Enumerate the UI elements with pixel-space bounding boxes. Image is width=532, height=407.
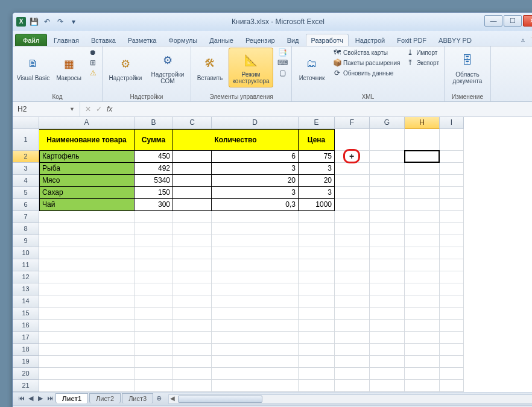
cell[interactable] bbox=[335, 368, 370, 380]
cell[interactable] bbox=[299, 320, 335, 332]
cell[interactable] bbox=[440, 320, 464, 332]
cell[interactable]: 150 bbox=[135, 187, 173, 199]
cell[interactable] bbox=[405, 283, 440, 295]
cell[interactable] bbox=[299, 380, 335, 392]
cell[interactable] bbox=[370, 320, 405, 332]
cell[interactable] bbox=[212, 235, 299, 247]
cell[interactable] bbox=[335, 223, 370, 235]
cell[interactable] bbox=[370, 380, 405, 392]
cell[interactable] bbox=[39, 356, 135, 368]
sheet-nav-prev[interactable]: ◀ bbox=[26, 394, 36, 404]
cell[interactable] bbox=[440, 129, 464, 151]
cell[interactable] bbox=[39, 259, 135, 271]
cell[interactable]: Рыба bbox=[39, 163, 135, 175]
visual-basic-button[interactable]: 🗎 Visual Basic bbox=[16, 48, 50, 87]
cell[interactable] bbox=[299, 356, 335, 368]
macro-security-button[interactable]: ⚠ bbox=[87, 68, 98, 78]
cell[interactable] bbox=[370, 247, 405, 259]
close-button[interactable]: ✕ bbox=[523, 15, 532, 27]
cell[interactable] bbox=[173, 356, 212, 368]
cell[interactable] bbox=[440, 332, 464, 344]
row-header-11[interactable]: 11 bbox=[13, 259, 39, 271]
cell[interactable] bbox=[299, 308, 335, 320]
cell[interactable] bbox=[335, 308, 370, 320]
fx-cancel-icon[interactable]: ✕ bbox=[85, 105, 91, 113]
macros-button[interactable]: ▦ Макросы bbox=[54, 48, 84, 87]
formula-input[interactable] bbox=[117, 102, 532, 116]
cell[interactable] bbox=[370, 344, 405, 356]
cell[interactable] bbox=[39, 295, 135, 308]
cell[interactable] bbox=[440, 368, 464, 380]
cell[interactable] bbox=[135, 332, 173, 344]
cell[interactable] bbox=[370, 151, 405, 163]
ribbon-minimize-icon[interactable]: ▵ bbox=[521, 36, 525, 44]
cell[interactable] bbox=[370, 356, 405, 368]
cell[interactable] bbox=[135, 368, 173, 380]
row-header-19[interactable]: 19 bbox=[13, 356, 39, 368]
sheet-nav-last[interactable]: ⏭ bbox=[45, 394, 55, 404]
run-dialog-button[interactable]: ▢ bbox=[277, 68, 288, 78]
cell[interactable] bbox=[370, 235, 405, 247]
cell[interactable] bbox=[405, 332, 440, 344]
cell[interactable] bbox=[405, 187, 440, 199]
cell[interactable] bbox=[440, 283, 464, 295]
cell[interactable] bbox=[212, 247, 299, 259]
cell[interactable] bbox=[173, 283, 212, 295]
cell[interactable] bbox=[299, 223, 335, 235]
cell[interactable] bbox=[135, 259, 173, 271]
tab-data[interactable]: Данные bbox=[204, 34, 239, 46]
name-box[interactable]: H2▼ bbox=[13, 102, 80, 116]
qat-redo[interactable]: ↷ bbox=[55, 16, 66, 27]
cell[interactable] bbox=[173, 211, 212, 223]
cell[interactable] bbox=[135, 271, 173, 283]
cell[interactable] bbox=[405, 368, 440, 380]
cell[interactable] bbox=[299, 368, 335, 380]
cell[interactable] bbox=[440, 211, 464, 223]
cell[interactable] bbox=[405, 344, 440, 356]
cell[interactable]: 300 bbox=[135, 199, 173, 211]
cell[interactable] bbox=[212, 283, 299, 295]
cell[interactable] bbox=[135, 247, 173, 259]
cell[interactable]: 492 bbox=[135, 163, 173, 175]
row-header-9[interactable]: 9 bbox=[13, 235, 39, 247]
cell[interactable]: 3 bbox=[299, 187, 335, 199]
row-header-1[interactable]: 1 bbox=[13, 129, 39, 151]
cell[interactable] bbox=[405, 356, 440, 368]
column-header-A[interactable]: A bbox=[39, 117, 135, 129]
cell[interactable] bbox=[212, 308, 299, 320]
qat-undo[interactable]: ↶ bbox=[42, 16, 52, 27]
cell[interactable] bbox=[440, 199, 464, 211]
cell[interactable]: 0,3 bbox=[212, 199, 299, 211]
row-header-10[interactable]: 10 bbox=[13, 247, 39, 259]
import-button[interactable]: ⤓Импорт bbox=[405, 48, 440, 57]
cell[interactable]: 75 bbox=[299, 151, 335, 163]
cell[interactable] bbox=[173, 223, 212, 235]
row-header-2[interactable]: 2 bbox=[13, 151, 39, 163]
cell[interactable] bbox=[173, 175, 212, 187]
row-header-17[interactable]: 17 bbox=[13, 332, 39, 344]
tab-layout[interactable]: Разметка bbox=[122, 34, 162, 46]
cell[interactable] bbox=[370, 308, 405, 320]
cell[interactable] bbox=[370, 283, 405, 295]
cell[interactable] bbox=[39, 235, 135, 247]
cell[interactable] bbox=[405, 320, 440, 332]
cell[interactable]: 3 bbox=[299, 163, 335, 175]
cell[interactable] bbox=[39, 223, 135, 235]
cell[interactable]: 5340 bbox=[135, 175, 173, 187]
cell[interactable] bbox=[440, 187, 464, 199]
row-header-7[interactable]: 7 bbox=[13, 211, 39, 223]
cell[interactable]: 450 bbox=[135, 151, 173, 163]
qat-save[interactable]: 💾 bbox=[28, 16, 39, 27]
qat-customize[interactable]: ▾ bbox=[68, 16, 79, 27]
cell[interactable] bbox=[39, 332, 135, 344]
cell[interactable] bbox=[405, 129, 440, 151]
cell[interactable] bbox=[299, 271, 335, 283]
cell[interactable] bbox=[370, 187, 405, 199]
hscroll-thumb[interactable] bbox=[178, 396, 262, 403]
cell[interactable] bbox=[440, 151, 464, 163]
cell[interactable] bbox=[405, 211, 440, 223]
cell[interactable] bbox=[335, 175, 370, 187]
cell[interactable] bbox=[370, 211, 405, 223]
cell[interactable]: Сахар bbox=[39, 187, 135, 199]
cell[interactable] bbox=[405, 308, 440, 320]
